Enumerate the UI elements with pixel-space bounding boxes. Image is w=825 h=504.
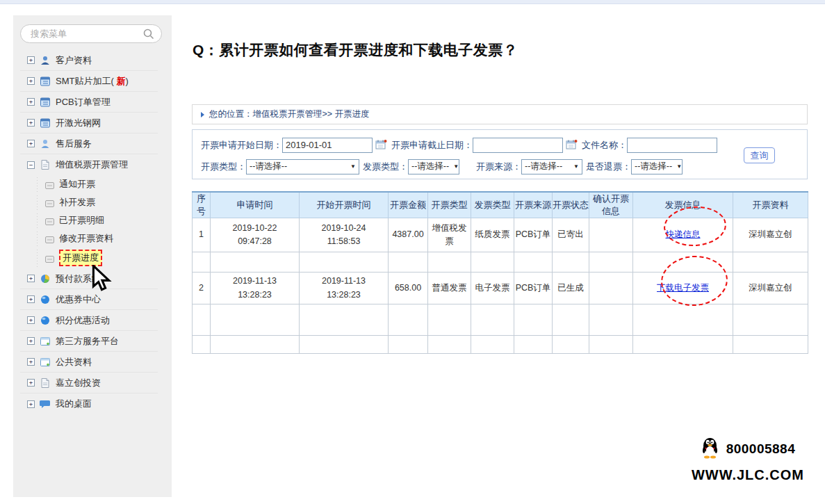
sidebar-item-customer-info[interactable]: + 客户资料 [20, 50, 158, 71]
qq-penguin-icon [701, 437, 719, 462]
expand-plus-icon[interactable]: + [27, 56, 35, 64]
sidebar-item-pcb-orders[interactable]: + PCB订单管理 [20, 92, 158, 113]
sidebar-item-label: 第三方服务平台 [56, 335, 119, 348]
stencil-order-icon [40, 117, 51, 129]
end-date-input[interactable] [473, 138, 563, 153]
qq-number: 800005884 [726, 441, 796, 457]
subitem-card-icon [45, 199, 54, 206]
expand-plus-icon[interactable]: + [27, 400, 35, 408]
sidebar-menu: + 客户资料 + SMT贴片加工( 新) + PCB订单管理 + 开激光钢网 + [13, 50, 172, 414]
expand-plus-icon[interactable]: + [27, 379, 35, 387]
sidebar-item-smt[interactable]: + SMT贴片加工( 新) [20, 71, 158, 92]
invoice-category-label: 发票类型： [363, 161, 408, 173]
cell-start-time: 2019-10-2411:58:53 [300, 218, 389, 252]
sidebar-item-points-activity[interactable]: + 积分优惠活动 [20, 310, 158, 331]
subitem-card-icon [45, 235, 54, 242]
cell-amount: 658.00 [389, 273, 428, 304]
sidebar-item-after-sales[interactable]: + 售后服务 [20, 133, 158, 154]
subitem-label: 修改开票资料 [59, 232, 113, 245]
sidebar-item-label: 客户资料 [56, 54, 92, 67]
sidebar-item-label: 优惠券中心 [56, 293, 101, 306]
subitem-card-icon [45, 254, 54, 261]
col-seq: 序号 [193, 192, 211, 218]
cell-apply-time: 2019-10-2209:47:28 [211, 218, 300, 252]
subitem-modify-invoice-info[interactable]: 修改开票资料 [13, 229, 172, 247]
sidebar-item-prepayment[interactable]: + 预付款系统 [20, 268, 158, 289]
breadcrumb: 您的位置：增值税票开票管理>> 开票进度 [192, 104, 808, 124]
cell-source: PCB订单 [514, 218, 553, 252]
subitem-notify-invoicing[interactable]: 通知开票 [13, 175, 172, 193]
top-strip [0, 0, 825, 4]
start-date-input[interactable] [282, 138, 373, 153]
expand-plus-icon[interactable]: + [27, 98, 35, 106]
express-info-link[interactable]: 快递信息 [666, 229, 701, 239]
sidebar-item-label: 售后服务 [56, 138, 92, 150]
table-row: 1 2019-10-2209:47:28 2019-10-2411:58:53 … [193, 218, 808, 252]
sidebar-item-third-party-platform[interactable]: + 第三方服务平台 [20, 331, 158, 352]
search-input[interactable] [31, 29, 140, 39]
expand-plus-icon[interactable]: + [27, 358, 35, 366]
subitem-supplementary-invoice[interactable]: 补开发票 [13, 193, 172, 211]
end-date-calendar-icon[interactable] [566, 139, 578, 151]
refund-select[interactable]: --请选择--▼ [631, 159, 683, 174]
sidebar-item-label: SMT贴片加工( 新) [56, 75, 129, 88]
page-title: Q：累计开票如何查看开票进度和下载电子发票？ [193, 40, 518, 60]
menu-search-box[interactable] [20, 24, 162, 43]
query-button[interactable]: 查询 [744, 147, 775, 163]
table-row-empty [193, 304, 808, 336]
invoice-progress-table: 序号 申请时间 开始开票时间 开票金额 开票类型 发票类型 开票来源 开票状态 … [192, 191, 808, 354]
cell-invoice-category: 纸质发票 [471, 218, 514, 252]
sidebar-item-public-info[interactable]: + 公共资料 [20, 352, 158, 373]
sidebar: + 客户资料 + SMT贴片加工( 新) + PCB订单管理 + 开激光钢网 + [13, 15, 172, 497]
expand-plus-icon[interactable]: + [27, 140, 35, 147]
expand-plus-icon[interactable]: + [27, 295, 35, 303]
cell-profile: 深圳嘉立创 [733, 218, 808, 252]
select-caret-icon: ▼ [350, 163, 356, 170]
col-start-time: 开始开票时间 [300, 192, 389, 218]
subitem-card-icon [45, 217, 54, 224]
col-apply-time: 申请时间 [211, 192, 300, 218]
subitem-label: 已开票明细 [59, 214, 104, 227]
cell-status: 已生成 [553, 273, 589, 304]
sidebar-item-coupon-center[interactable]: + 优惠券中心 [20, 289, 158, 310]
subitem-invoiced-details[interactable]: 已开票明细 [13, 211, 172, 229]
prepay-pie-icon [40, 273, 51, 284]
collapse-minus-icon[interactable]: − [27, 161, 35, 169]
start-date-calendar-icon[interactable] [375, 139, 387, 151]
active-subitem-highlight[interactable]: 开票进度 [59, 250, 102, 266]
customer-icon [40, 55, 51, 66]
brand-footer: 800005884 WWW.JLC.COM [692, 437, 804, 483]
select-caret-icon: ▼ [676, 163, 682, 170]
cell-start-time: 2019-11-1313:28:23 [300, 273, 389, 304]
expand-plus-icon[interactable]: + [27, 316, 35, 324]
sidebar-item-laser-stencil[interactable]: + 开激光钢网 [20, 113, 158, 133]
download-einvoice-link[interactable]: 下载电子发票 [657, 283, 709, 293]
file-name-input[interactable] [627, 138, 717, 153]
sidebar-item-vat-invoice-mgmt[interactable]: − 增值税票开票管理 [20, 154, 158, 175]
invoice-category-select[interactable]: --请选择--▼ [408, 159, 459, 174]
sidebar-item-my-desktop[interactable]: + 我的桌面 [20, 393, 158, 414]
expand-plus-icon[interactable]: + [27, 337, 35, 345]
source-select[interactable]: --请选择--▼ [521, 159, 582, 174]
filter-row-2: 开票类型： --请选择--▼ 发票类型： --请选择--▼ 开票来源： --请选… [201, 158, 800, 175]
invest-doc-icon [40, 377, 51, 389]
expand-plus-icon[interactable]: + [27, 119, 35, 127]
cell-invoice-info: 下载电子发票 [633, 273, 733, 304]
cell-profile: 深圳嘉立创 [733, 273, 808, 304]
sidebar-item-jlc-investment[interactable]: + 嘉立创投资 [20, 373, 158, 393]
table-row-empty [193, 252, 808, 273]
invoice-type-select[interactable]: --请选择--▼ [246, 159, 359, 174]
sidebar-item-label: 增值税票开票管理 [56, 158, 128, 171]
start-date-label: 开票申请开始日期： [201, 139, 282, 152]
cell-invoice-category: 电子发票 [471, 273, 514, 304]
vat-invoice-submenu: 通知开票 补开发票 已开票明细 修改开票资料 开票进度 [13, 175, 172, 268]
search-icon[interactable] [143, 29, 154, 42]
subitem-invoice-progress[interactable]: 开票进度 [13, 247, 172, 268]
cell-invoice-info: 快递信息 [633, 218, 733, 252]
subitem-label: 补开发票 [59, 196, 95, 209]
expand-plus-icon[interactable]: + [27, 275, 35, 282]
sidebar-item-label: 嘉立创投资 [56, 377, 101, 389]
expand-plus-icon[interactable]: + [27, 77, 35, 85]
breadcrumb-text: 您的位置：增值税票开票管理>> 开票进度 [209, 108, 370, 120]
col-source: 开票来源 [514, 192, 553, 218]
